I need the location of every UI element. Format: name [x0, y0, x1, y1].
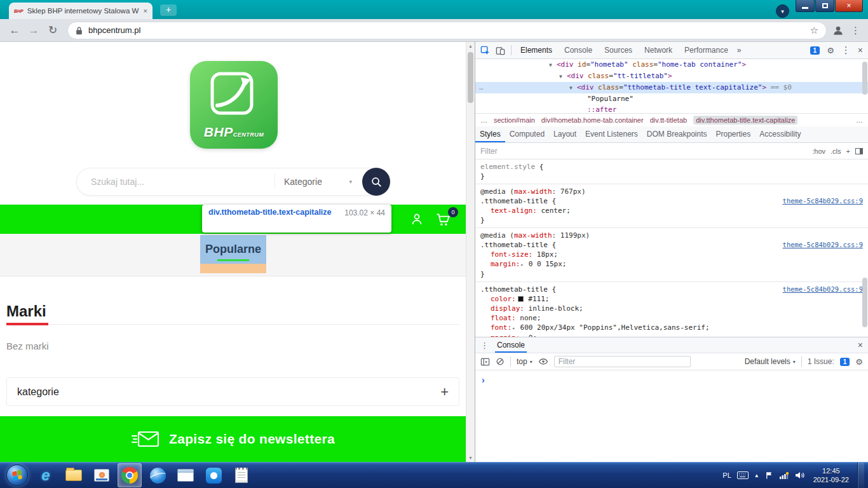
- dom-node-selected[interactable]: …▼<div class="tthometab-title text-capit…: [475, 82, 868, 93]
- console-log-area[interactable]: ›: [475, 370, 868, 462]
- new-tab-button[interactable]: +: [160, 4, 177, 16]
- breadcrumb-overflow-icon[interactable]: …: [480, 116, 487, 124]
- pseudo-state-toggle[interactable]: :hov: [812, 147, 825, 155]
- url-text[interactable]: bhpcentrum.pl: [88, 25, 804, 35]
- new-style-rule-button[interactable]: +: [846, 147, 850, 155]
- tab-sources[interactable]: Sources: [601, 42, 635, 58]
- titlebar-profile-button[interactable]: ▾: [776, 4, 789, 18]
- tab-computed[interactable]: Computed: [505, 126, 549, 142]
- volume-icon[interactable]: [795, 471, 805, 479]
- node-more-icon[interactable]: …: [479, 82, 484, 93]
- tray-expand-icon[interactable]: ▲: [754, 473, 759, 478]
- account-icon[interactable]: [409, 212, 424, 227]
- inspect-icon[interactable]: [480, 46, 490, 55]
- category-dropdown[interactable]: Kategorie ▾: [275, 173, 362, 190]
- browser-menu-icon[interactable]: ⋮: [851, 25, 860, 36]
- back-button[interactable]: ←: [5, 21, 24, 40]
- tab-close-icon[interactable]: ×: [144, 7, 147, 15]
- minimize-button[interactable]: [796, 0, 815, 12]
- tab-dom-breakpoints[interactable]: DOM Breakpoints: [642, 126, 712, 142]
- stylesheet-link[interactable]: theme-5c84b029.css:9: [783, 240, 863, 250]
- expand-arrow-icon[interactable]: ▼: [549, 60, 557, 71]
- devtools-close-icon[interactable]: ×: [858, 45, 863, 55]
- taskbar-notepad-button[interactable]: [229, 463, 254, 487]
- bookmark-star-icon[interactable]: ☆: [810, 25, 818, 36]
- taskbar-window-app-button[interactable]: [173, 463, 198, 487]
- issues-badge[interactable]: 1: [810, 46, 820, 55]
- live-expression-eye-icon[interactable]: [538, 358, 548, 365]
- tab-properties[interactable]: Properties: [712, 126, 756, 142]
- keyboard-icon[interactable]: [737, 471, 749, 479]
- tab-layout[interactable]: Layout: [549, 126, 581, 142]
- tab-performance[interactable]: Performance: [681, 42, 731, 58]
- taskbar-media-player-button[interactable]: [90, 463, 114, 487]
- drawer-menu-icon[interactable]: ⋮: [480, 341, 489, 350]
- settings-gear-icon[interactable]: ⚙: [827, 46, 834, 55]
- taskbar-clock[interactable]: 12:45 2021-09-22: [813, 466, 849, 484]
- breadcrumb-section-main[interactable]: section#main: [494, 116, 535, 124]
- clear-console-icon[interactable]: [496, 357, 505, 366]
- tab-elements[interactable]: Elements: [517, 42, 555, 58]
- network-icon[interactable]: [779, 471, 789, 479]
- address-bar[interactable]: bhpcentrum.pl ☆: [67, 22, 827, 39]
- categories-accordion[interactable]: kategorie +: [6, 377, 459, 406]
- inspect-highlight-content[interactable]: Popularne: [200, 235, 266, 264]
- devtools-menu-icon[interactable]: ⋮: [841, 44, 851, 56]
- console-sidebar-icon[interactable]: [480, 357, 490, 367]
- taskbar-ie-button[interactable]: e: [34, 463, 58, 487]
- expand-shorthand-icon[interactable]: ▸: [520, 262, 524, 268]
- page-scrollbar[interactable]: ▲ ▼: [466, 42, 475, 462]
- browser-tab[interactable]: BHP Sklep BHP internetowy Stalowa W ×: [9, 3, 153, 19]
- tab-console[interactable]: Console: [561, 42, 595, 58]
- color-swatch[interactable]: [518, 296, 524, 302]
- css-rule-media-1199[interactable]: @media (max-width: 1199px) theme-5c84b02…: [475, 228, 868, 282]
- expand-shorthand-icon[interactable]: ▸: [512, 325, 515, 331]
- dom-node-titletab[interactable]: ▼<div class="tt-titletab">: [475, 71, 868, 82]
- search-button[interactable]: [362, 168, 390, 196]
- action-center-flag-icon[interactable]: [765, 471, 773, 480]
- css-rule-tthometab-title[interactable]: theme-5c84b029.css:9.tthometab-title { c…: [475, 282, 868, 337]
- breadcrumb-overflow-end-icon[interactable]: …: [856, 116, 863, 124]
- dom-text-node[interactable]: "Popularne": [475, 93, 868, 104]
- context-selector[interactable]: top▾: [517, 357, 532, 366]
- expand-shorthand-icon[interactable]: ▸: [520, 336, 524, 337]
- console-filter-input[interactable]: [554, 356, 691, 367]
- toggle-sidebar-icon[interactable]: [855, 148, 863, 154]
- styles-scrollbar-thumb[interactable]: [862, 278, 867, 327]
- close-button[interactable]: ×: [835, 0, 863, 12]
- profile-icon[interactable]: [832, 24, 844, 37]
- expand-arrow-icon[interactable]: ▼: [559, 71, 567, 82]
- stylesheet-link[interactable]: theme-5c84b029.css:9: [783, 196, 863, 206]
- tab-styles[interactable]: Styles: [475, 126, 505, 142]
- taskbar-messenger-button[interactable]: [201, 463, 226, 487]
- scrollbar-thumb[interactable]: [468, 52, 473, 103]
- taskbar-browser-button[interactable]: [146, 463, 170, 487]
- dom-node-hometab[interactable]: ▼<div id="hometab" class="home-tab conta…: [475, 59, 868, 71]
- issues-badge[interactable]: 1: [840, 358, 850, 366]
- refresh-button[interactable]: ↻: [43, 21, 62, 40]
- scroll-down-icon[interactable]: ▼: [466, 456, 475, 460]
- show-desktop-button[interactable]: [857, 463, 864, 488]
- tab-event-listeners[interactable]: Event Listeners: [581, 126, 642, 142]
- device-toolbar-icon[interactable]: [496, 46, 505, 55]
- console-settings-gear-icon[interactable]: ⚙: [855, 357, 863, 367]
- forward-button[interactable]: →: [24, 21, 43, 40]
- class-toggle[interactable]: .cls: [831, 147, 841, 155]
- maximize-button[interactable]: [815, 0, 834, 12]
- tab-network[interactable]: Network: [641, 42, 675, 58]
- dom-pseudo-node[interactable]: ::after: [475, 104, 868, 113]
- stylesheet-link[interactable]: theme-5c84b029.css:9: [783, 285, 863, 294]
- issues-counter-label[interactable]: 1 Issue:: [808, 357, 834, 366]
- taskbar-chrome-button[interactable]: [118, 463, 142, 487]
- breadcrumb-titletab[interactable]: div.tt-titletab: [650, 116, 688, 124]
- tab-accessibility[interactable]: Accessibility: [755, 126, 805, 142]
- taskbar-explorer-button[interactable]: [62, 463, 86, 487]
- css-rule-media-767[interactable]: @media (max-width: 767px) theme-5c84b029…: [475, 184, 868, 228]
- scroll-up-icon[interactable]: ▲: [466, 44, 475, 48]
- breadcrumb-selected[interactable]: div.tthometab-title.text-capitalize: [693, 116, 797, 125]
- language-indicator[interactable]: PL: [722, 471, 731, 479]
- breadcrumb-hometab[interactable]: div#hometab.home-tab.container: [541, 116, 644, 124]
- search-input[interactable]: [77, 177, 275, 187]
- start-button[interactable]: [6, 464, 28, 486]
- css-rule-element-style[interactable]: element.style { }: [475, 159, 868, 184]
